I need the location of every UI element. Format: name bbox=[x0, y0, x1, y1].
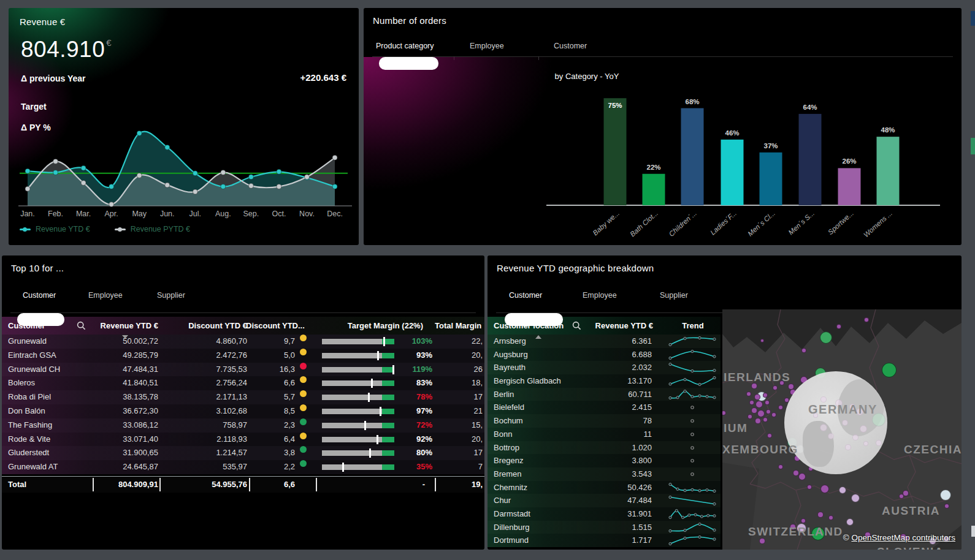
table-row-augsburg[interactable]: Augsburg6.688 bbox=[488, 348, 721, 361]
table-row-chemnitz[interactable]: Chemnitz50.426 bbox=[488, 481, 721, 494]
map-bubble[interactable] bbox=[754, 394, 760, 400]
map-bubble[interactable] bbox=[820, 396, 827, 403]
column-header-target-margin[interactable]: Target Margin (22%) bbox=[325, 317, 423, 335]
bar-children[interactable] bbox=[681, 108, 704, 205]
map-bubble[interactable] bbox=[773, 385, 778, 390]
data-point[interactable] bbox=[248, 175, 253, 180]
table-row-bergisch-gladbach[interactable]: Bergisch Gladbach13.170 bbox=[488, 374, 721, 388]
map-bubble[interactable] bbox=[759, 538, 765, 544]
map-bubble[interactable] bbox=[778, 464, 783, 469]
table-row-bregenz[interactable]: Bregenz3.800 bbox=[488, 454, 721, 467]
data-point[interactable] bbox=[81, 165, 86, 170]
map-bubble[interactable] bbox=[778, 405, 783, 410]
tab-customer[interactable]: Customer bbox=[23, 291, 56, 300]
data-point[interactable] bbox=[332, 184, 337, 189]
table-row-arnsberg[interactable]: Arnsberg6.361 bbox=[488, 335, 721, 348]
tab-employee[interactable]: Employee bbox=[470, 42, 504, 50]
column-header-revenue-ytd[interactable]: Revenue YTD € bbox=[586, 317, 653, 335]
map[interactable]: © OpenStreetMap contributors IERLANDSIUM… bbox=[722, 309, 962, 550]
search-icon[interactable] bbox=[77, 321, 86, 330]
table-row-gluderstedt[interactable]: Gluderstedt31.900,651.214,573,880%17 bbox=[2, 446, 484, 460]
column-header-discount-ytd[interactable]: Discount YTD € bbox=[180, 317, 247, 335]
map-bubble[interactable] bbox=[801, 518, 806, 523]
bar-men-s-s[interactable] bbox=[799, 114, 822, 205]
legend-item-revenue-pytd[interactable]: Revenue PYTD € bbox=[115, 225, 190, 233]
tab-product-category[interactable]: Product category bbox=[376, 42, 434, 50]
table-row-eintrach-gsa[interactable]: Eintrach GSA49.285,792.472,765,093%20, bbox=[2, 349, 484, 363]
table-row-boleros[interactable]: Boleros41.840,512.756,246,683%18, bbox=[2, 376, 484, 390]
map-bubble[interactable] bbox=[903, 490, 909, 496]
data-point[interactable] bbox=[25, 186, 30, 191]
table-row-grunewald-ch[interactable]: Grunewald CH47.484,317.735,5316,3119%26 bbox=[2, 363, 484, 377]
column-header-total-margin[interactable]: Total Margin Y... bbox=[435, 317, 484, 335]
map-bubble[interactable] bbox=[828, 433, 834, 439]
map-bubble[interactable] bbox=[807, 485, 812, 490]
map-bubble[interactable] bbox=[940, 490, 951, 501]
table-row-grunewald[interactable]: Grunewald50.002,724.860,709,7103%22, bbox=[2, 335, 484, 349]
map-bubble[interactable] bbox=[839, 486, 846, 494]
map-bubble[interactable] bbox=[749, 400, 754, 405]
map-bubble[interactable] bbox=[788, 384, 794, 390]
table-row-bayreuth[interactable]: Bayreuth2.032 bbox=[488, 361, 721, 374]
tab-employee[interactable]: Employee bbox=[583, 291, 617, 300]
map-bubble[interactable] bbox=[860, 425, 867, 433]
search-icon[interactable] bbox=[572, 321, 581, 330]
data-point[interactable] bbox=[305, 175, 310, 180]
table-row-darmstadt[interactable]: Darmstadt31.901 bbox=[488, 507, 721, 521]
sort-descending-icon[interactable] bbox=[122, 335, 128, 339]
data-point[interactable] bbox=[248, 183, 253, 188]
map-bubble[interactable] bbox=[748, 414, 752, 419]
table-row-don-bal-n[interactable]: Don Balón36.672,303.102,688,597%21 bbox=[2, 404, 484, 418]
map-bubble[interactable] bbox=[820, 485, 829, 493]
table-row-bremen[interactable]: Bremen3.543 bbox=[488, 467, 721, 481]
data-point[interactable] bbox=[332, 155, 337, 160]
table-row-berlin[interactable]: Berlin60.711 bbox=[488, 388, 721, 401]
data-point[interactable] bbox=[193, 171, 197, 176]
map-bubble[interactable] bbox=[845, 444, 851, 450]
table-row-dortmund[interactable]: Dortmund1.717 bbox=[488, 534, 721, 547]
map-bubble[interactable] bbox=[771, 412, 776, 417]
data-point[interactable] bbox=[25, 168, 30, 173]
table-row-roba-di-piel[interactable]: Roba di Piel38.135,782.171,135,778%17 bbox=[2, 390, 484, 404]
data-point[interactable] bbox=[165, 145, 170, 149]
data-point[interactable] bbox=[53, 159, 58, 164]
map-bubble[interactable] bbox=[846, 518, 854, 526]
map-bubble[interactable] bbox=[864, 317, 869, 322]
revenue-line-chart[interactable]: Jan.Feb.Mar.Apr.MayJun.Jul.Aug.Sep.Oct.N… bbox=[15, 127, 358, 224]
sort-ascending-icon[interactable] bbox=[535, 335, 541, 339]
column-header-trend[interactable]: Trend bbox=[671, 317, 714, 335]
column-header-revenue-ytd[interactable]: Revenue YTD € bbox=[94, 317, 158, 335]
data-point[interactable] bbox=[165, 183, 170, 187]
legend-item-revenue-ytd[interactable]: Revenue YTD € bbox=[20, 225, 90, 233]
map-bubble-large[interactable] bbox=[784, 371, 887, 474]
bar-bath-clot[interactable] bbox=[643, 174, 665, 205]
map-bubble[interactable] bbox=[801, 348, 806, 353]
data-point[interactable] bbox=[221, 170, 226, 175]
table-row-bottrop[interactable]: Bottrop1.020 bbox=[488, 441, 721, 455]
orders-bar-chart[interactable]: 75%Baby we...22%Bath Clot...68%Children´… bbox=[535, 88, 952, 245]
map-bubble[interactable] bbox=[757, 410, 765, 417]
tab-supplier[interactable]: Supplier bbox=[157, 291, 185, 300]
table-row-the-fashing[interactable]: The Fashing33.086,12758,972,372%15, bbox=[2, 418, 484, 433]
map-bubble[interactable] bbox=[798, 473, 806, 480]
bar-ladies-f[interactable] bbox=[721, 140, 744, 205]
table-row-chur[interactable]: Chur47.484 bbox=[488, 494, 721, 507]
data-point[interactable] bbox=[137, 173, 142, 178]
map-bubble[interactable] bbox=[765, 400, 770, 405]
table-row-dillenburg[interactable]: Dillenburg1.515 bbox=[488, 521, 721, 534]
data-point[interactable] bbox=[81, 180, 86, 185]
openstreetmap-link[interactable]: OpenStreetMap contributors bbox=[851, 533, 955, 542]
map-bubble[interactable] bbox=[817, 512, 824, 518]
table-row-bochum[interactable]: Bochum78 bbox=[488, 414, 721, 428]
map-bubble[interactable] bbox=[852, 434, 858, 441]
map-bubble[interactable] bbox=[842, 420, 848, 426]
map-bubble[interactable] bbox=[746, 392, 751, 396]
map-bubble[interactable] bbox=[944, 504, 949, 509]
map-bubble[interactable] bbox=[836, 324, 841, 329]
map-bubble[interactable] bbox=[763, 393, 768, 398]
tab-customer[interactable]: Customer bbox=[554, 42, 587, 50]
map-bubble[interactable] bbox=[851, 494, 860, 502]
map-bubble[interactable] bbox=[766, 409, 771, 414]
table-row-grunewald-at[interactable]: Grunewald AT24.645,87535,972,235%7 bbox=[2, 460, 484, 474]
map-bubble[interactable] bbox=[755, 418, 761, 424]
